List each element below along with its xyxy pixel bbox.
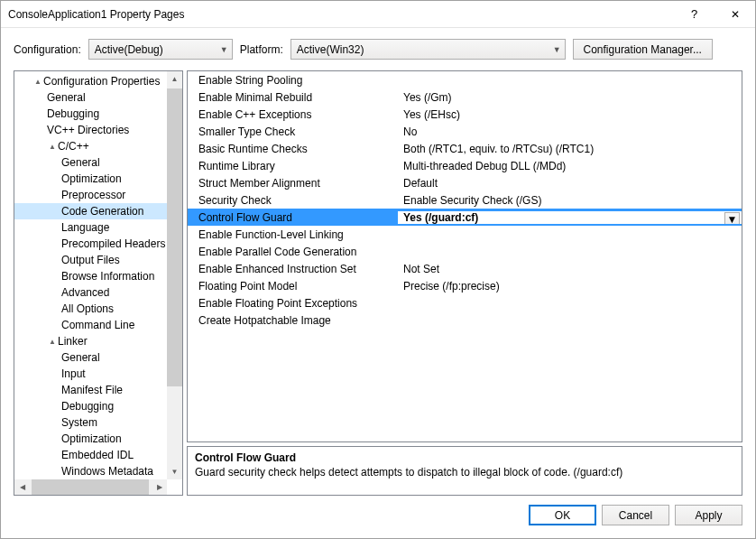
grid-row[interactable]: Enable C++ ExceptionsYes (/EHsc) (188, 106, 742, 123)
property-tree[interactable]: ▲Configuration Properties General Debugg… (14, 71, 182, 495)
scroll-down-icon: ▼ (167, 464, 182, 479)
description-title: Control Flow Guard (195, 451, 734, 465)
tree-vertical-scrollbar[interactable]: ▲ ▼ (167, 71, 182, 479)
configuration-combo[interactable]: Active(Debug) ▼ (88, 39, 233, 60)
grid-row[interactable]: Basic Runtime ChecksBoth (/RTC1, equiv. … (188, 140, 742, 157)
grid-row-value[interactable]: Not Set (398, 263, 742, 275)
grid-row-value[interactable]: Multi-threaded Debug DLL (/MDd) (398, 160, 742, 172)
tree-node-cpp-code-generation[interactable]: Code Generation (14, 203, 182, 219)
grid-row[interactable]: Enable String Pooling (188, 71, 742, 88)
scroll-left-icon: ◀ (14, 479, 30, 495)
scroll-thumb[interactable] (167, 88, 182, 386)
chevron-down-icon: ▼ (727, 213, 738, 224)
platform-label: Platform: (240, 43, 283, 56)
grid-row-label: Enable Function-Level Linking (188, 228, 398, 241)
configuration-manager-button[interactable]: Configuration Manager... (573, 39, 713, 60)
tree-node-cpp-language[interactable]: Language (14, 219, 182, 236)
grid-row-label: Struct Member Alignment (188, 177, 398, 190)
grid-row-label: Floating Point Model (188, 280, 398, 293)
grid-row[interactable]: Security CheckEnable Security Check (/GS… (188, 191, 742, 209)
grid-row-label: Control Flow Guard (188, 211, 398, 224)
grid-row[interactable]: Floating Point ModelPrecise (/fp:precise… (188, 277, 742, 294)
scroll-thumb[interactable] (32, 479, 149, 495)
grid-row[interactable]: Runtime LibraryMulti-threaded Debug DLL … (188, 157, 742, 174)
platform-combo[interactable]: Active(Win32) ▼ (290, 39, 566, 60)
tree-node-linker[interactable]: ▲Linker (14, 333, 182, 349)
tree-node-linker-windows-metadata[interactable]: Windows Metadata (14, 463, 182, 479)
grid-row[interactable]: Enable Function-Level Linking (188, 226, 742, 243)
description-body: Guard security check helps detect attemp… (195, 465, 734, 479)
expand-icon: ▲ (32, 78, 43, 86)
tree-node-linker-general[interactable]: General (14, 349, 182, 366)
tree-node-linker-optimization[interactable]: Optimization (14, 431, 182, 447)
grid-row-value[interactable]: No (398, 125, 742, 138)
property-grid: Enable String PoolingEnable Minimal Rebu… (187, 70, 742, 442)
tree-node-linker-debugging[interactable]: Debugging (14, 398, 182, 414)
close-button[interactable]: ✕ (715, 1, 755, 28)
grid-row[interactable]: Control Flow GuardYes (/guard:cf)▼ (188, 209, 742, 226)
cancel-button[interactable]: Cancel (602, 505, 669, 525)
grid-row-label: Runtime Library (188, 160, 398, 172)
grid-row[interactable]: Enable Minimal RebuildYes (/Gm) (188, 88, 742, 106)
tree-node-config-properties[interactable]: ▲Configuration Properties (14, 73, 182, 89)
grid-row-label: Enable String Pooling (188, 74, 398, 87)
grid-row-label: Create Hotpatchable Image (188, 314, 398, 327)
tree-node-cpp-preprocessor[interactable]: Preprocessor (14, 187, 182, 203)
tree-node-cpp-command-line[interactable]: Command Line (14, 317, 182, 333)
scroll-right-icon: ▶ (152, 479, 167, 495)
tree-node-cpp-all-options[interactable]: All Options (14, 301, 182, 317)
grid-row-label: Basic Runtime Checks (188, 143, 398, 155)
scroll-up-icon: ▲ (167, 71, 182, 87)
tree-node-cpp-output-files[interactable]: Output Files (14, 252, 182, 268)
grid-row[interactable]: Smaller Type CheckNo (188, 123, 742, 140)
grid-row-label: Smaller Type Check (188, 125, 398, 138)
tree-panel: ▲Configuration Properties General Debugg… (14, 70, 183, 496)
tree-node-linker-manifest-file[interactable]: Manifest File (14, 382, 182, 398)
tree-node-linker-system[interactable]: System (14, 414, 182, 431)
config-toolbar: Configuration: Active(Debug) ▼ Platform:… (1, 28, 755, 70)
grid-row-value[interactable]: Precise (/fp:precise) (398, 280, 742, 293)
chevron-down-icon: ▼ (220, 45, 228, 54)
grid-row[interactable]: Enable Parallel Code Generation (188, 243, 742, 260)
dropdown-button[interactable]: ▼ (724, 212, 740, 224)
tree-node-cpp[interactable]: ▲C/C++ (14, 138, 182, 154)
grid-row[interactable]: Struct Member AlignmentDefault (188, 174, 742, 191)
ok-button[interactable]: OK (529, 505, 596, 525)
grid-row-label: Enable Floating Point Exceptions (188, 297, 398, 310)
grid-row-value[interactable]: Yes (/EHsc) (398, 108, 742, 121)
tree-node-debugging[interactable]: Debugging (14, 106, 182, 122)
grid-row[interactable]: Enable Floating Point Exceptions (188, 294, 742, 311)
grid-row-label: Enable Enhanced Instruction Set (188, 263, 398, 275)
grid-row-label: Enable Parallel Code Generation (188, 246, 398, 258)
grid-row-value[interactable]: Yes (/Gm) (398, 91, 742, 104)
tree-node-cpp-optimization[interactable]: Optimization (14, 171, 182, 187)
grid-row-label: Security Check (188, 194, 398, 207)
tree-node-cpp-precompiled-headers[interactable]: Precompiled Headers (14, 236, 182, 252)
grid-row-value[interactable]: Yes (/guard:cf)▼ (398, 211, 742, 224)
configuration-value: Active(Debug) (95, 43, 163, 56)
chevron-down-icon: ▼ (553, 45, 561, 54)
tree-node-cpp-advanced[interactable]: Advanced (14, 284, 182, 301)
close-icon: ✕ (731, 8, 740, 21)
apply-button[interactable]: Apply (675, 505, 742, 525)
platform-value: Active(Win32) (297, 43, 364, 56)
tree-horizontal-scrollbar[interactable]: ◀ ▶ (14, 479, 167, 495)
tree-node-linker-input[interactable]: Input (14, 366, 182, 382)
titlebar: ConsoleApplication1 Property Pages ? ✕ (1, 1, 755, 28)
grid-row-value[interactable]: Both (/RTC1, equiv. to /RTCsu) (/RTC1) (398, 143, 742, 155)
expand-icon: ▲ (47, 143, 58, 151)
grid-row[interactable]: Enable Enhanced Instruction SetNot Set (188, 260, 742, 277)
tree-node-vcpp-directories[interactable]: VC++ Directories (14, 122, 182, 138)
window-title: ConsoleApplication1 Property Pages (8, 8, 674, 21)
grid-row[interactable]: Create Hotpatchable Image (188, 311, 742, 329)
tree-node-general[interactable]: General (14, 89, 182, 106)
help-button[interactable]: ? (674, 1, 715, 28)
expand-icon: ▲ (47, 338, 58, 346)
grid-row-label: Enable C++ Exceptions (188, 108, 398, 121)
grid-row-value[interactable]: Enable Security Check (/GS) (398, 194, 742, 207)
tree-node-cpp-general[interactable]: General (14, 154, 182, 171)
tree-node-cpp-browse-information[interactable]: Browse Information (14, 268, 182, 284)
grid-row-label: Enable Minimal Rebuild (188, 91, 398, 104)
grid-row-value[interactable]: Default (398, 177, 742, 190)
tree-node-linker-embedded-idl[interactable]: Embedded IDL (14, 447, 182, 463)
